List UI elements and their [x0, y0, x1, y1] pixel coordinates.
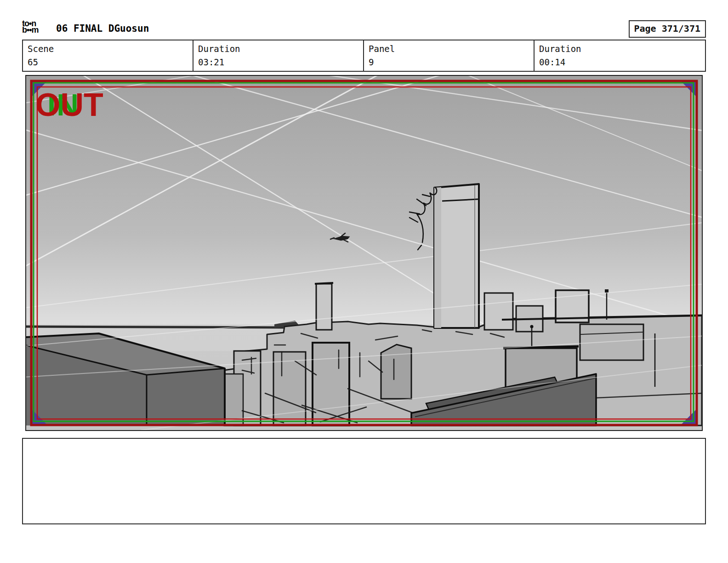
storyboard-page: to•n b••m 06 FINAL DGuosun Page 371/371 …: [0, 0, 728, 563]
building-outlined: [313, 343, 349, 425]
panel-duration-label: Duration: [539, 42, 700, 56]
antenna-knob: [605, 289, 609, 293]
scene-label: Scene: [28, 42, 188, 56]
storyboard-drawing: [26, 76, 702, 430]
building: [225, 374, 243, 425]
panel-duration-value: 00:14: [539, 56, 700, 69]
caption-box: [22, 438, 706, 524]
small-tower-cap: [315, 283, 333, 284]
small-tower: [316, 284, 332, 330]
info-cell-panel: Panel 9: [364, 40, 535, 71]
info-cell-scene: Scene 65: [23, 40, 193, 71]
page-number-box: Page 371/371: [629, 20, 706, 38]
building: [580, 324, 643, 360]
building: [381, 345, 411, 399]
project-title: 06 FINAL DGuosun: [56, 23, 149, 34]
scene-duration-label: Duration: [198, 42, 358, 56]
toonboom-logo-line2: b••m: [22, 27, 39, 33]
scene-value: 65: [28, 56, 188, 69]
scene-duration-value: 03:21: [198, 56, 358, 69]
panel-value: 9: [369, 56, 529, 69]
toonboom-logo: to•n b••m: [22, 20, 39, 34]
camera-out-marker: OUT: [35, 89, 103, 121]
storyboard-panel: IN OUT: [25, 75, 703, 431]
info-cell-scene-duration: Duration 03:21: [193, 40, 364, 71]
info-cell-panel-duration: Duration 00:14: [535, 40, 705, 71]
horizon-line: [26, 327, 284, 327]
building: [484, 293, 513, 330]
panel-info-table: Scene 65 Duration 03:21 Panel 9 Duration…: [22, 40, 706, 72]
panel-label: Panel: [369, 42, 529, 56]
